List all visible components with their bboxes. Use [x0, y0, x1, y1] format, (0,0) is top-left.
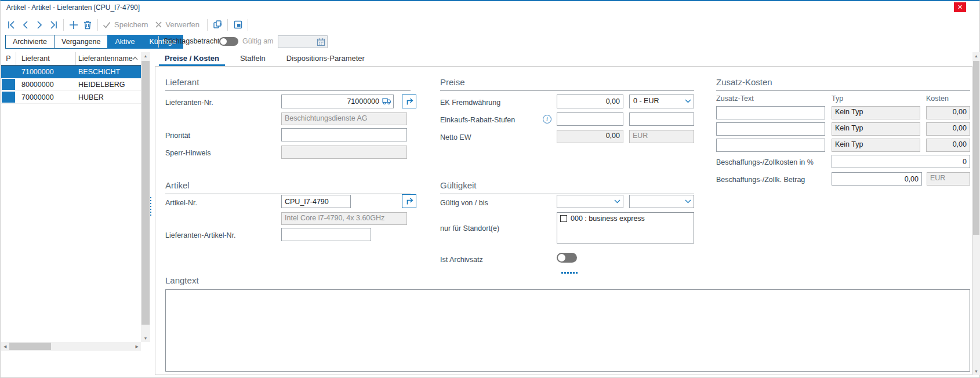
scroll-up-icon[interactable]: ▲	[972, 54, 980, 58]
scrollbar-thumb[interactable]	[9, 343, 51, 350]
zusatz-text-input[interactable]	[716, 106, 825, 119]
ek-currency-value: 0 - EUR	[633, 97, 659, 105]
section-heading-lieferant: Lieferant	[165, 77, 411, 91]
save-button[interactable]: Speichern	[102, 20, 148, 30]
delete-record-button[interactable]	[81, 18, 95, 32]
ist-archivsatz-label: Ist Archivsatz	[440, 256, 483, 264]
prioritaet-input[interactable]	[281, 128, 407, 141]
gueltig-von-select[interactable]	[557, 195, 623, 208]
table-row[interactable]: 71000000 BESCHICHT	[1, 66, 141, 78]
artikel-beschreibung-field: Intel Core i7-4790, 4x 3.60GHz	[281, 212, 407, 225]
close-button[interactable]: ✕	[954, 2, 966, 12]
scroll-right-icon[interactable]: ▶	[136, 344, 139, 349]
nav-last-button[interactable]	[46, 18, 60, 32]
gueltig-am-date-field[interactable]	[278, 35, 328, 48]
zusatz-typ-field: Kein Typ	[832, 122, 920, 136]
checkbox-icon[interactable]	[560, 215, 567, 222]
name-cell: BESCHICHT	[76, 68, 141, 76]
zollkosten-prozent-input[interactable]	[832, 155, 970, 168]
expander-dots[interactable]	[561, 272, 578, 274]
netto-ew-currency-field: EUR	[629, 130, 694, 143]
prioritaet-label: Priorität	[165, 132, 190, 140]
lieferant-cell: 80000000	[16, 81, 76, 89]
ek-currency-select[interactable]: 0 - EUR	[629, 94, 694, 108]
section-heading-langtext: Langtext	[165, 275, 199, 289]
scrollbar-thumb[interactable]	[141, 61, 150, 325]
filter-tab-aktive[interactable]: Aktive	[107, 35, 142, 49]
section-heading-gueltigkeit: Gültigkeit	[440, 180, 694, 194]
scrollbar-thumb[interactable]	[973, 61, 979, 235]
artikel-nr-input[interactable]	[281, 195, 351, 208]
rabatt-input-2[interactable]	[629, 112, 694, 126]
column-header-p[interactable]: P	[1, 52, 16, 65]
column-header-lieferant[interactable]: Lieferant	[16, 52, 76, 65]
discard-button[interactable]: Verwerfen	[154, 20, 200, 29]
zusatz-typ-field: Kein Typ	[832, 139, 920, 152]
zusatz-kosten-field: 0,00	[926, 122, 970, 136]
filter-tab-archivierte[interactable]: Archivierte	[5, 35, 55, 49]
section-heading-preise: Preise	[440, 77, 694, 91]
lieferant-cell: 71000000	[16, 68, 76, 76]
table-vertical-scrollbar[interactable]: ▲ ▼	[141, 52, 150, 342]
goto-lieferant-button[interactable]	[402, 94, 416, 108]
kosten-column-label: Kosten	[926, 94, 949, 103]
tab-preise-kosten[interactable]: Preise / Kosten	[159, 52, 225, 66]
filter-tab-vergangene[interactable]: Vergangene	[54, 35, 108, 49]
stichtag-toggle[interactable]	[219, 37, 238, 46]
zusatz-text-input[interactable]	[716, 139, 825, 152]
goto-arrow-icon	[404, 96, 415, 107]
gueltig-bis-select[interactable]	[629, 195, 694, 208]
open-window-button[interactable]	[231, 18, 245, 32]
standort-list-item[interactable]: 000 : business express	[560, 215, 691, 223]
chevron-down-icon	[614, 199, 620, 203]
column-header-lieferantenname[interactable]: Lieferantenname	[76, 52, 141, 65]
zusatz-typ-field: Kein Typ	[832, 106, 920, 119]
lieferanten-artikel-nr-input[interactable]	[281, 228, 371, 241]
main-vertical-scrollbar[interactable]: ▲ ▼	[972, 52, 980, 375]
scroll-up-icon[interactable]: ▲	[141, 54, 150, 58]
info-icon[interactable]: i	[543, 115, 551, 123]
table-row[interactable]: 70000000 HUBER	[1, 91, 141, 104]
table-horizontal-scrollbar[interactable]: ◀ ▶	[1, 342, 141, 351]
supplier-table: P Lieferant Lieferantenname 71000000 BES…	[1, 52, 141, 104]
filter-tab-group: Archivierte Vergangene Aktive Künftige	[5, 35, 183, 49]
ist-archivsatz-toggle[interactable]	[557, 253, 577, 263]
lieferanten-nr-input[interactable]	[281, 94, 394, 108]
toolbar-separator	[97, 19, 98, 31]
nav-first-button[interactable]	[5, 18, 19, 32]
standorte-label: nur für Standort(e)	[440, 224, 499, 232]
app-window: Artikel - Artikel - Lieferanten [CPU_I7-…	[0, 0, 980, 378]
nav-prev-button[interactable]	[19, 18, 32, 32]
langtext-textarea[interactable]	[165, 289, 970, 372]
transfer-record-button[interactable]	[210, 18, 224, 32]
panel-splitter[interactable]	[150, 197, 152, 216]
zusatz-text-input[interactable]	[716, 122, 825, 136]
nav-next-button[interactable]	[32, 18, 46, 32]
content-panel: Lieferant Lieferanten-Nr. Beschichtungsd…	[155, 66, 972, 375]
section-heading-artikel: Artikel	[165, 180, 411, 194]
save-label: Speichern	[114, 20, 148, 29]
ek-fremdwaehrung-input[interactable]	[557, 94, 623, 108]
scroll-down-icon[interactable]: ▼	[141, 336, 150, 340]
priority-marker	[2, 79, 15, 90]
toolbar-separator	[63, 19, 64, 31]
section-heading-zusatz-kosten: Zusatz-Kosten	[716, 77, 970, 91]
toggle-knob	[558, 254, 565, 261]
table-row[interactable]: 80000000 HEIDELBERG	[1, 78, 141, 91]
add-record-button[interactable]	[67, 18, 81, 32]
goto-artikel-button[interactable]	[402, 194, 416, 208]
zollkosten-betrag-label: Beschaffungs-/Zollk. Betrag	[716, 176, 805, 184]
rabatt-input-1[interactable]	[557, 112, 623, 126]
tab-dispositions-parameter[interactable]: Dispositions-Parameter	[281, 52, 371, 66]
lieferant-name-field: Beschichtungsdienste AG	[281, 112, 407, 125]
scroll-left-icon[interactable]: ◀	[3, 344, 6, 349]
x-icon	[154, 20, 163, 29]
standorte-listbox: 000 : business express	[557, 212, 694, 243]
trash-icon	[82, 20, 93, 30]
zollkosten-betrag-input[interactable]	[832, 172, 922, 186]
sort-asc-icon	[132, 56, 138, 60]
lieferanten-nr-wrap	[281, 94, 394, 108]
scroll-down-icon[interactable]: ▼	[972, 369, 980, 373]
tab-staffeln[interactable]: Staffeln	[234, 52, 271, 66]
chevron-down-icon	[685, 99, 691, 103]
